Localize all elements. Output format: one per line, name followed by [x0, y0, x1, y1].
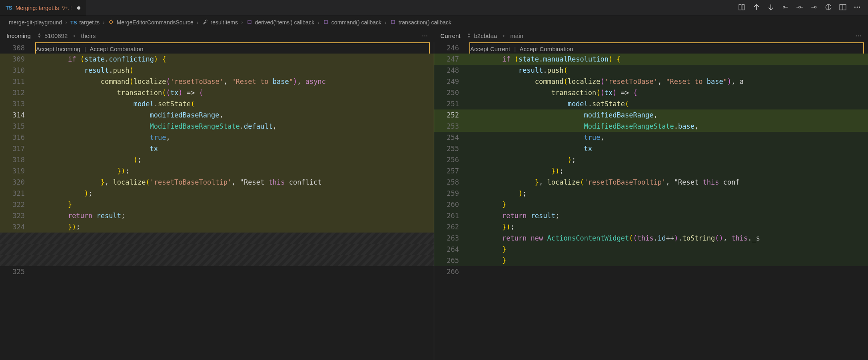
svg-rect-0 [739, 4, 741, 10]
code-line: 310 result.push( [0, 65, 434, 76]
code-rows: 246247 if (state.manualResolution) {248 … [434, 42, 868, 277]
code-line [0, 233, 434, 244]
svg-rect-10 [248, 20, 251, 24]
arrow-down-icon[interactable] [767, 4, 774, 12]
crumb-item[interactable]: TS target.ts [70, 19, 100, 26]
code-line: 264 } [434, 244, 868, 255]
svg-point-14 [468, 34, 470, 36]
code-line: 248 result.push( [434, 65, 868, 76]
crumb-item[interactable]: merge-git-playground [9, 19, 62, 26]
more-icon[interactable] [854, 4, 861, 12]
code-line: 319 }); [0, 165, 434, 177]
editor-toolbar [738, 4, 868, 12]
code-line: 318 ); [0, 154, 434, 165]
code-line: 250 transaction((tx) => { [434, 87, 868, 98]
crumb-item[interactable]: MergeEditorCommandsSource [108, 19, 194, 26]
diff-multi-icon[interactable] [738, 4, 746, 12]
code-line: 322 } [0, 199, 434, 210]
svg-point-7 [854, 7, 856, 8]
svg-point-8 [857, 7, 858, 8]
svg-point-3 [799, 6, 801, 8]
code-line: 323 return result; [0, 210, 434, 221]
current-branch: main [510, 32, 523, 39]
crumb-item[interactable]: command() callback [323, 19, 381, 26]
method-icon [323, 19, 329, 26]
code-line: 266 [434, 266, 868, 277]
svg-rect-12 [391, 20, 395, 24]
commit-icon [466, 33, 472, 38]
code-line: 246 [434, 42, 868, 54]
panels-header: Incoming 5100692 • theirs ⋯ Current b2cb… [0, 29, 868, 42]
code-line: 325 [0, 266, 434, 277]
chevron-right-icon: › [241, 19, 243, 26]
code-line: 308 [0, 42, 434, 54]
circle-slash-icon[interactable] [825, 4, 832, 12]
code-line: 254 true, [434, 132, 868, 143]
current-commit[interactable]: b2cbdaa [466, 32, 497, 39]
typescript-icon: TS [70, 20, 77, 26]
code-line: 309 if (state.conflicting) { [0, 54, 434, 65]
current-label: Current [441, 32, 461, 39]
code-line: 265 } [434, 255, 868, 266]
code-line: 256 ); [434, 154, 868, 165]
code-line: 252 modifiedBaseRange, [434, 109, 868, 121]
commit-next-icon[interactable] [810, 4, 818, 12]
svg-point-13 [38, 34, 40, 36]
method-icon [246, 19, 253, 26]
more-icon[interactable]: ⋯ [856, 32, 862, 39]
arrow-up-icon[interactable] [753, 4, 760, 12]
breadcrumb[interactable]: merge-git-playground › TS target.ts › Me… [0, 16, 868, 29]
code-line [0, 255, 434, 266]
svg-rect-1 [742, 4, 744, 10]
code-line: 247 if (state.manualResolution) { [434, 54, 868, 65]
code-line: 251 model.setState( [434, 98, 868, 109]
code-line: 317 tx [0, 143, 434, 154]
incoming-label: Incoming [6, 32, 31, 39]
tab-title: Merging: target.ts [16, 5, 59, 11]
svg-point-4 [814, 6, 816, 8]
commit-mid-icon[interactable] [796, 4, 803, 12]
code-line: 316 true, [0, 132, 434, 143]
code-line: 257 }); [434, 165, 868, 177]
merge-split: Accept Incoming | Accept Combination 308… [0, 42, 868, 360]
svg-rect-11 [324, 20, 327, 24]
layout-icon[interactable] [839, 4, 846, 12]
crumb-item[interactable]: transaction() callback [390, 19, 451, 26]
code-line: 262 }); [434, 221, 868, 233]
code-line: 258 }, localize('resetToBaseTooltip', "R… [434, 177, 868, 188]
code-line: 321 ); [0, 188, 434, 199]
dot-separator-icon: • [73, 32, 75, 39]
svg-point-2 [783, 6, 785, 8]
code-line: 314 modifiedBaseRange, [0, 109, 434, 121]
incoming-branch: theirs [81, 32, 96, 39]
chevron-right-icon: › [103, 19, 105, 26]
code-line: 311 command(localize('resetToBase', "Res… [0, 76, 434, 87]
chevron-right-icon: › [317, 19, 319, 26]
class-icon [108, 19, 114, 26]
code-line: 259 ); [434, 188, 868, 199]
svg-point-9 [859, 7, 860, 8]
code-line: 263 return new ActionsContentWidget((thi… [434, 233, 868, 244]
crumb-item[interactable]: resultItems [202, 19, 238, 26]
incoming-commit[interactable]: 5100692 [36, 32, 68, 39]
commit-prev-icon[interactable] [782, 4, 789, 12]
chevron-right-icon: › [65, 19, 67, 26]
more-icon[interactable]: ⋯ [422, 32, 428, 39]
code-line: 312 transaction((tx) => { [0, 87, 434, 98]
chevron-right-icon: › [385, 19, 387, 26]
code-rows: 308309 if (state.conflicting) {310 resul… [0, 42, 434, 277]
incoming-editor[interactable]: Accept Incoming | Accept Combination 308… [0, 42, 434, 360]
current-editor[interactable]: Accept Current | Accept Combination 2462… [434, 42, 868, 360]
incoming-header: Incoming 5100692 • theirs ⋯ [0, 29, 434, 42]
method-icon [390, 19, 396, 26]
code-line: 315 ModifiedBaseRangeState.default, [0, 121, 434, 132]
crumb-item[interactable]: derived('items') callback [246, 19, 315, 26]
code-line: 255 tx [434, 143, 868, 154]
commit-icon [36, 33, 42, 38]
chevron-right-icon: › [197, 19, 199, 26]
code-line: 313 model.setState( [0, 98, 434, 109]
tab-merging-target[interactable]: TS Merging: target.ts 9+, ! [0, 0, 86, 16]
tab-diff-badge: 9+, ! [62, 5, 72, 11]
code-line: 253 ModifiedBaseRangeState.base, [434, 121, 868, 132]
code-line [0, 244, 434, 255]
